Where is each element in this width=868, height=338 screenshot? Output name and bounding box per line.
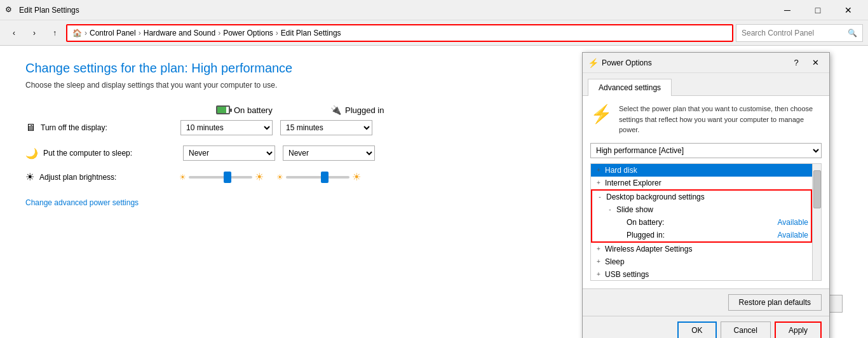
slider-thumb-plugged[interactable]: [321, 172, 329, 183]
dialog-title-icon: ⚡: [588, 58, 598, 68]
desktop-background-group: - Desktop background settings - Slide sh…: [591, 189, 812, 243]
apply-button[interactable]: Apply: [775, 321, 822, 339]
dialog-title-text: Power Options: [602, 58, 787, 67]
expand-wireless[interactable]: +: [593, 244, 604, 254]
title-bar-title: Edit Plan Settings: [19, 6, 773, 15]
advanced-settings-tab[interactable]: Advanced settings: [588, 79, 672, 96]
dialog-footer: Restore plan defaults: [583, 288, 829, 316]
turn-off-display-label: Turn off the display:: [41, 123, 180, 132]
brightness-max-icon: ☀: [255, 171, 264, 183]
dialog-action-buttons: OK Cancel Apply: [583, 316, 829, 339]
breadcrumb-home-icon: 🏠: [72, 29, 82, 37]
page-title-static: Change settings for the plan:: [25, 61, 191, 75]
restore-plan-defaults-button[interactable]: Restore plan defaults: [728, 294, 822, 311]
brightness-battery-slider: ☀ ☀: [179, 171, 264, 183]
search-box: 🔍: [736, 24, 863, 42]
on-battery-header: On battery: [216, 105, 330, 115]
brightness-min-icon: ☀: [179, 173, 186, 182]
tree-item-internet-explorer[interactable]: + Internet Explorer: [591, 177, 812, 189]
title-bar-controls: ─ □ ✕: [773, 0, 863, 20]
display-icon: 🖥: [25, 122, 36, 133]
tree-label-wireless: Wireless Adapter Settings: [605, 245, 810, 254]
sleep-plugged-dropdown[interactable]: Never 5 minutes 10 minutes: [283, 145, 375, 161]
scrollbar[interactable]: [812, 164, 821, 280]
expand-desktop-bg[interactable]: -: [595, 192, 605, 202]
plugged-in-header: 🔌 Plugged in: [330, 105, 445, 115]
expand-sleep[interactable]: +: [593, 257, 604, 267]
dialog-titlebar: ⚡ Power Options ? ✕: [583, 53, 829, 73]
dialog-help-button[interactable]: ?: [787, 55, 805, 71]
breadcrumb-control-panel[interactable]: Control Panel: [90, 29, 136, 37]
plan-dropdown-container: High performance [Active] Balanced Power…: [590, 143, 822, 158]
tree-label-sleep: Sleep: [605, 257, 810, 266]
tree-item-desktop-bg[interactable]: - Desktop background settings: [592, 191, 811, 203]
tree-item-usb[interactable]: + USB settings: [591, 268, 812, 281]
plugged-in-label: Plugged in: [345, 105, 384, 115]
breadcrumb-hardware-sound[interactable]: Hardware and Sound: [144, 29, 215, 37]
search-icon: 🔍: [848, 29, 857, 37]
dialog-controls: ? ✕: [787, 55, 824, 71]
brightness-label: Adjust plan brightness:: [39, 173, 179, 182]
slider-track-plugged[interactable]: [286, 176, 349, 179]
page-title-plan: High performance: [191, 61, 292, 75]
dialog-close-button[interactable]: ✕: [806, 55, 824, 71]
expand-internet-explorer[interactable]: +: [593, 178, 604, 188]
tree-label-slide-show: Slide show: [616, 205, 808, 214]
title-bar-icon: ⚙: [5, 5, 15, 15]
ok-button[interactable]: OK: [677, 321, 716, 339]
tree-value-plugged-in[interactable]: Available: [778, 231, 808, 240]
tree-container: + Hard disk + Internet Explorer - Deskto…: [590, 163, 822, 281]
tree-label-on-battery: On battery:: [627, 218, 778, 227]
plan-select-dropdown[interactable]: High performance [Active] Balanced Power…: [590, 143, 822, 158]
tree-item-plugged-in[interactable]: Plugged in: Available: [592, 229, 811, 241]
tree-label-hard-disk: Hard disk: [605, 166, 810, 175]
tree-item-on-battery[interactable]: On battery: Available: [592, 216, 811, 229]
sleep-label: Put the computer to sleep:: [43, 149, 183, 158]
brightness-plugged-min-icon: ☀: [276, 173, 283, 182]
tree-label-usb: USB settings: [605, 270, 810, 279]
breadcrumb-power-options[interactable]: Power Options: [223, 29, 273, 37]
breadcrumb-edit-plan[interactable]: Edit Plan Settings: [281, 29, 341, 37]
breadcrumb: 🏠 › Control Panel › Hardware and Sound ›…: [66, 24, 733, 42]
brightness-plugged-max-icon: ☀: [352, 171, 361, 183]
close-button[interactable]: ✕: [834, 0, 863, 20]
tree-item-slide-show[interactable]: - Slide show: [592, 203, 811, 216]
dialog-info: ⚡ Select the power plan that you want to…: [590, 104, 822, 135]
title-bar: ⚙ Edit Plan Settings ─ □ ✕: [0, 0, 868, 20]
minimize-button[interactable]: ─: [773, 0, 802, 20]
expand-hard-disk[interactable]: +: [593, 165, 604, 175]
up-button[interactable]: ↑: [46, 24, 64, 42]
brightness-icon: ☀: [25, 171, 34, 183]
tree-label-desktop-bg: Desktop background settings: [606, 193, 808, 201]
sleep-battery-dropdown[interactable]: Never 5 minutes 10 minutes: [183, 145, 275, 161]
power-options-dialog[interactable]: ⚡ Power Options ? ✕ Advanced settings ⚡ …: [582, 52, 830, 338]
back-button[interactable]: ‹: [5, 24, 23, 42]
tree-item-sleep[interactable]: + Sleep: [591, 255, 812, 268]
forward-button[interactable]: ›: [25, 24, 43, 42]
battery-icon: [216, 105, 230, 114]
dialog-info-text: Select the power plan that you want to c…: [619, 104, 822, 135]
slider-track-battery[interactable]: [189, 176, 252, 179]
power-options-icon: ⚡: [590, 104, 613, 125]
brightness-plugged-slider: ☀ ☀: [276, 171, 361, 183]
turn-off-display-battery-dropdown[interactable]: 10 minutes 5 minutes 15 minutes Never: [180, 120, 273, 135]
tree-item-wireless[interactable]: + Wireless Adapter Settings: [591, 243, 812, 255]
dialog-tabs: Advanced settings: [583, 73, 829, 96]
sleep-icon: 🌙: [25, 147, 38, 159]
turn-off-display-plugged-dropdown[interactable]: 15 minutes 5 minutes 10 minutes Never: [280, 120, 372, 135]
tree-label-internet-explorer: Internet Explorer: [605, 179, 810, 187]
dialog-content: ⚡ Select the power plan that you want to…: [583, 96, 829, 288]
cancel-button[interactable]: Cancel: [721, 321, 771, 339]
address-bar: ‹ › ↑ 🏠 › Control Panel › Hardware and S…: [0, 20, 868, 46]
plug-icon: 🔌: [330, 105, 341, 115]
expand-slide-show[interactable]: -: [605, 205, 615, 215]
slider-thumb-battery[interactable]: [224, 172, 231, 183]
on-battery-label: On battery: [234, 105, 273, 115]
maximize-button[interactable]: □: [803, 0, 832, 20]
tree-item-hard-disk[interactable]: + Hard disk: [591, 164, 812, 177]
tree-label-plugged-in: Plugged in:: [627, 231, 778, 240]
expand-usb[interactable]: +: [593, 269, 604, 280]
search-input[interactable]: [742, 29, 845, 37]
tree-value-on-battery[interactable]: Available: [778, 218, 808, 227]
scrollbar-thumb[interactable]: [813, 170, 821, 208]
